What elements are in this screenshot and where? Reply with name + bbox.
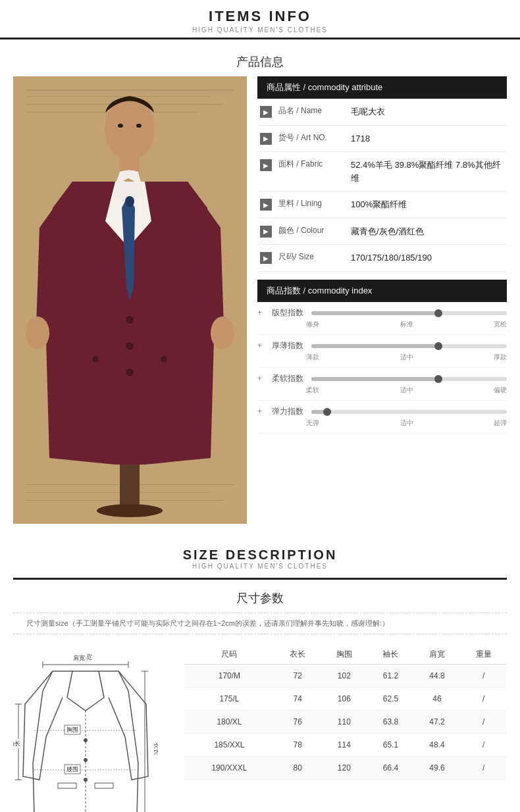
size-table-cell: 65.1 [367, 734, 414, 757]
size-table-row: 180/XL7611063.847.2/ [184, 711, 507, 734]
size-table-cell: 62.5 [367, 688, 414, 711]
size-table-cell: 46 [414, 688, 461, 711]
size-table-cell: 102 [321, 665, 368, 688]
size-table-cell: / [460, 757, 507, 780]
size-desc-title: SIZE DESCRIPTION [0, 547, 520, 563]
index-bar-fill [311, 311, 438, 315]
attr-arrow-icon: ▶ [260, 199, 272, 211]
size-table-cell: / [460, 665, 507, 688]
size-table-cell: 63.8 [367, 711, 414, 734]
svg-point-13 [126, 343, 133, 349]
index-label-right: 偏硬 [494, 386, 507, 395]
index-row: + 弹力指数 无弹 适中 超弹 [257, 401, 507, 434]
index-indicator [434, 342, 442, 350]
svg-point-12 [126, 317, 133, 323]
attribute-row: ▶ 里料 / Lining 100%聚酯纤维 [257, 191, 507, 218]
size-table-cell: 175/L [184, 688, 274, 711]
size-table-cell: 48.4 [414, 734, 461, 757]
index-header: 商品指数 / commodity index [257, 280, 507, 302]
product-illustration [13, 76, 247, 524]
attr-arrow-icon: ▶ [260, 133, 272, 145]
size-table-cell: / [460, 711, 507, 734]
coat-diagram-svg: 肩宽 肩宽 衣长 胸围 袖长 袖长 腰围 [13, 645, 158, 812]
size-table-cell: 106 [321, 688, 368, 711]
size-table-header-cell: 袖长 [367, 645, 414, 665]
attribute-rows: ▶ 品名 / Name 毛呢大衣 ▶ 货号 / Art NO. 1718 ▶ 面… [257, 99, 507, 272]
attr-arrow-icon: ▶ [260, 226, 272, 238]
size-table-cell: 74 [274, 688, 321, 711]
index-indicator [434, 375, 442, 383]
attr-arrow-icon: ▶ [260, 106, 272, 118]
index-row: + 厚薄指数 薄款 适中 厚款 [257, 335, 507, 368]
index-plus-icon: + [257, 407, 267, 416]
index-rows: + 版型指数 修身 标准 宽松 + 厚薄指数 [257, 302, 507, 434]
svg-point-14 [126, 369, 133, 376]
attr-arrow-icon: ▶ [260, 159, 272, 171]
index-bar-fill [311, 377, 438, 381]
attr-label: 尺码/ Size [278, 251, 351, 263]
attr-label: 里料 / Lining [278, 198, 351, 209]
svg-point-22 [136, 124, 142, 128]
index-label-right: 厚款 [494, 353, 507, 362]
product-info-container: 商品属性 / commodity attribute ▶ 品名 / Name 毛… [0, 76, 520, 537]
size-table-cell: / [460, 688, 507, 711]
svg-text:胸围: 胸围 [66, 726, 78, 733]
attribute-row: ▶ 货号 / Art NO. 1718 [257, 126, 507, 153]
svg-rect-9 [120, 465, 140, 511]
attr-label: 颜色 / Colour [278, 225, 351, 236]
size-table-cell: 47.2 [414, 711, 461, 734]
size-table-cell: 78 [274, 734, 321, 757]
svg-point-25 [84, 758, 88, 762]
size-table-header-cell: 肩宽 [414, 645, 461, 665]
attribute-header: 商品属性 / commodity attribute [257, 76, 507, 99]
size-note: 尺寸测量size（手工测量平铺尺寸可能与实际尺寸之间存在1~2cm的误差，还请亲… [13, 613, 507, 634]
index-bar [311, 377, 507, 381]
page-header: ITEMS INFO HIGH QUALITY MEN'S CLOTHES [0, 0, 520, 47]
size-section-title: 尺寸参数 [0, 584, 520, 613]
svg-point-16 [161, 357, 167, 362]
index-bar [311, 311, 507, 315]
svg-point-17 [26, 317, 49, 349]
header-divider [0, 38, 520, 39]
attr-value: 藏青色/灰色/酒红色 [351, 225, 507, 238]
index-label-left: 修身 [306, 320, 319, 329]
size-table-cell: 72 [274, 665, 321, 688]
svg-point-15 [93, 357, 98, 362]
size-table-header-cell: 衣长 [274, 645, 321, 665]
attr-label: 品名 / Name [278, 105, 351, 116]
svg-point-10 [97, 504, 163, 517]
svg-text:肩宽: 肩宽 [73, 655, 85, 661]
size-content: 肩宽 肩宽 衣长 胸围 袖长 袖长 腰围 [0, 634, 520, 812]
index-label-right: 宽松 [494, 320, 507, 329]
attr-label: 货号 / Art NO. [278, 132, 351, 143]
size-desc-header: SIZE DESCRIPTION HIGH QUALITY MEN'S CLOT… [0, 537, 520, 574]
size-table-cell: 44.8 [414, 665, 461, 688]
size-desc-subtitle: HIGH QUALITY MEN'S CLOTHES [0, 563, 520, 570]
index-label-right: 超弹 [494, 419, 507, 428]
product-image-inner [13, 76, 247, 524]
svg-rect-28 [95, 783, 113, 788]
size-table-cell: 61.2 [367, 665, 414, 688]
size-table-cell: 80 [274, 757, 321, 780]
size-table-cell: 76 [274, 711, 321, 734]
index-row: + 柔软指数 柔软 适中 偏硬 [257, 368, 507, 401]
attr-value: 1718 [351, 132, 507, 145]
attribute-row: ▶ 尺码/ Size 170/175/180/185/190 [257, 245, 507, 272]
index-row-top: + 柔软指数 [257, 373, 507, 384]
size-table-cell: 114 [321, 734, 368, 757]
index-plus-icon: + [257, 341, 267, 350]
index-row-top: + 弹力指数 [257, 406, 507, 417]
index-row-top: + 版型指数 [257, 307, 507, 318]
index-bar [311, 410, 507, 414]
size-table-header: 尺码衣长胸围袖长肩宽重量 [184, 645, 507, 665]
size-table-row: 185/XXL7811465.148.4/ [184, 734, 507, 757]
index-row-top: + 厚薄指数 [257, 340, 507, 351]
index-row: + 版型指数 修身 标准 宽松 [257, 302, 507, 335]
size-table-row: 170/M7210261.244.8/ [184, 665, 507, 688]
attribute-section: 商品属性 / commodity attribute ▶ 品名 / Name 毛… [257, 76, 507, 524]
size-table-cell: 180/XL [184, 711, 274, 734]
attribute-row: ▶ 颜色 / Colour 藏青色/灰色/酒红色 [257, 218, 507, 245]
index-labels: 柔软 适中 偏硬 [257, 384, 507, 397]
index-label-mid: 标准 [400, 320, 413, 329]
size-table-header-cell: 尺码 [184, 645, 274, 665]
